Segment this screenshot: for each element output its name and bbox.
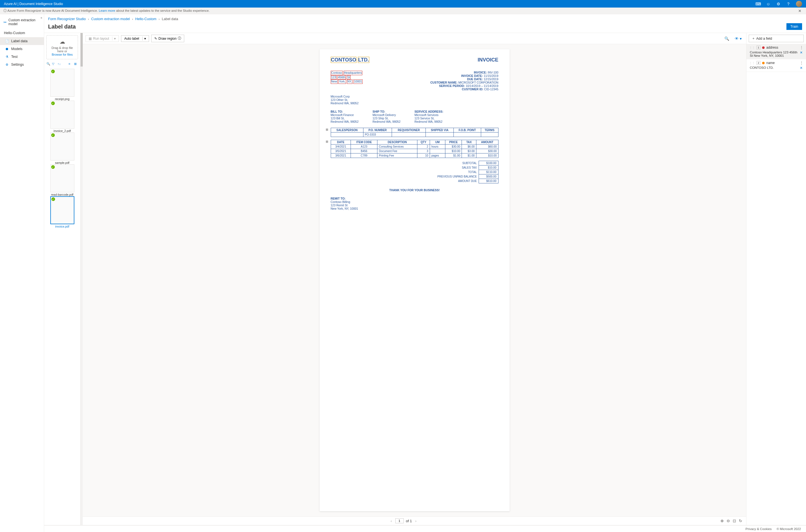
total-value: $100.00: [479, 161, 498, 166]
table-header: SALESPERSON: [331, 128, 363, 133]
table-cell: Consulting Services: [378, 145, 417, 149]
more-icon[interactable]: ⋮: [800, 61, 803, 65]
train-button[interactable]: Train: [786, 23, 802, 30]
table-cell: C789: [351, 153, 378, 158]
info-learn-more-link[interactable]: Learn more: [99, 9, 115, 12]
customer-line: Redmond WA, 98052: [331, 101, 498, 105]
company-word-1: CONTOSO: [331, 57, 357, 63]
remit-line: 123 Remit St: [331, 204, 498, 207]
list-view-icon[interactable]: ≡: [69, 62, 72, 66]
table-header: REQUISITIONER: [392, 128, 426, 133]
plus-icon: ＋: [752, 36, 755, 41]
table-handle-icon[interactable]: ⊞: [326, 140, 328, 144]
field-value: CONTOSO LTD.: [750, 66, 773, 69]
table-cell: [454, 133, 481, 137]
fit-icon[interactable]: ⊡: [733, 518, 736, 523]
breadcrumb-item[interactable]: Custom extraction model: [91, 17, 130, 21]
privacy-link[interactable]: Privacy & Cookies: [746, 527, 772, 531]
sidebar-item-test[interactable]: ⚗Test: [0, 53, 44, 61]
zoom-in-icon[interactable]: ⊕: [721, 518, 724, 523]
chevron-down-icon[interactable]: ▾: [142, 37, 146, 40]
sidebar-item-label-data[interactable]: 📄Label data: [0, 37, 44, 45]
table-handle-icon[interactable]: ⊞: [326, 128, 328, 131]
file-scrollbar[interactable]: [80, 33, 83, 525]
clear-field-icon[interactable]: ✕: [798, 51, 803, 55]
field-row[interactable]: ⋮⋮1address⋮Contoso Headquarters 123 456t…: [746, 44, 806, 59]
address-column: BILL TO:Microsoft Finance123 Bill St,Red…: [331, 110, 359, 123]
check-icon: ✓: [51, 165, 55, 169]
breadcrumb-item[interactable]: Form Recognizer Studio: [48, 17, 86, 21]
bottom-bar: Privacy & Cookies © Microsoft 2022: [44, 525, 806, 532]
file-thumbnail[interactable]: ✓read-barcode.pdf: [46, 164, 78, 196]
drag-handle-icon[interactable]: ⋮⋮: [749, 46, 755, 49]
model-type-icon: ≔: [3, 20, 7, 24]
grid-view-icon[interactable]: ⊞: [74, 62, 78, 66]
feedback-icon[interactable]: ☺: [766, 1, 771, 6]
table-cell: B456: [351, 149, 378, 153]
meta-label: CUSTOMER NAME:: [430, 81, 457, 84]
sidebar-item-icon: 📄: [5, 39, 9, 43]
table-header: P.O. NUMBER: [363, 128, 392, 133]
file-thumbnail[interactable]: ✓invoice.pdf: [46, 196, 78, 228]
sidebar-model-type[interactable]: ≔ Custom extraction model: [0, 16, 44, 28]
more-icon[interactable]: ⋮: [800, 45, 803, 50]
drop-zone[interactable]: ☁ Drag & drop file here or Browse for fi…: [46, 35, 78, 59]
info-text-after: about the latest updates to the service …: [115, 9, 210, 12]
sidebar-item-icon: ⬢: [5, 47, 9, 51]
invoice-company: CONTOSO LTD.: [331, 57, 369, 63]
search-doc-icon[interactable]: 🔍: [723, 35, 731, 42]
doc-toolbar: ▦Run layout▾ Auto label▾ ✎Draw regionⓘ 🔍…: [83, 33, 746, 44]
draw-region-button[interactable]: ✎Draw regionⓘ: [151, 35, 185, 42]
filter-icon[interactable]: ▽: [52, 62, 56, 66]
table-header: QTY: [417, 140, 430, 145]
info-text-before: Azure Form Recognizer is now Azure AI Do…: [7, 9, 99, 12]
check-icon: ✓: [51, 133, 55, 137]
file-thumbnail[interactable]: ✓receipt.png: [46, 69, 78, 101]
add-field-button[interactable]: ＋Add a field: [749, 35, 804, 42]
address-word: Contoso: [331, 71, 343, 75]
table-row: 3/4/2021A123Consulting Services2hours$30…: [331, 145, 498, 149]
table-cell: Document Fee: [378, 149, 417, 153]
sidebar-item-settings[interactable]: ⚙Settings: [0, 61, 44, 69]
check-icon: ✓: [51, 101, 55, 105]
main-layout: « ≔ Custom extraction model Hello-Custom…: [0, 14, 806, 532]
settings-icon[interactable]: ⚙: [776, 1, 781, 6]
file-thumbnail[interactable]: ✓invoice_2.pdf: [46, 101, 78, 133]
clear-field-icon[interactable]: ✕: [798, 66, 803, 70]
table-cell: $30.00: [445, 145, 462, 149]
file-name: invoice_2.pdf: [46, 129, 78, 133]
address-column: SHIP TO:Microsoft Delivery123 Ship St,Re…: [373, 110, 401, 123]
page-input[interactable]: [395, 518, 404, 523]
search-icon[interactable]: 🔍: [46, 62, 50, 66]
field-row[interactable]: ⋮⋮2name⋮CONTOSO LTD.✕: [746, 59, 806, 72]
meta-label: INVOICE DATE:: [461, 74, 483, 77]
meta-label: DUE DATE:: [467, 77, 483, 81]
table-cell: 3/6/2021: [331, 153, 351, 158]
prev-page-icon[interactable]: ‹: [389, 519, 393, 523]
total-label: PREVIOUS UNPAID BALANCE: [436, 174, 479, 179]
browse-files-link[interactable]: Browse for files: [52, 53, 73, 56]
main-panel: Form Recognizer Studio›Custom extraction…: [44, 14, 806, 532]
doc-canvas[interactable]: CONTOSO LTD. INVOICE Contoso Headquarter…: [83, 44, 746, 516]
address-line: Redmond WA, 98052: [373, 120, 401, 123]
sort-icon[interactable]: ↑↓: [58, 62, 61, 66]
sidebar-item-models[interactable]: ⬢Models: [0, 45, 44, 53]
sidebar-collapse-icon[interactable]: «: [41, 16, 42, 19]
keyboard-icon[interactable]: ⌨: [756, 1, 761, 6]
avatar[interactable]: [796, 1, 802, 7]
next-page-icon[interactable]: ›: [414, 519, 417, 523]
table-cell: $6.00: [462, 145, 476, 149]
auto-label-button[interactable]: Auto label▾: [121, 35, 149, 42]
copyright-text: © Microsoft 2022: [776, 527, 801, 531]
table-cell: $1.00: [462, 153, 476, 158]
drag-handle-icon[interactable]: ⋮⋮: [749, 61, 755, 64]
visibility-icon[interactable]: 👁 ▾: [733, 35, 743, 42]
sidebar-project-name[interactable]: Hello-Custom: [0, 28, 44, 37]
rotate-icon[interactable]: ↻: [739, 518, 742, 523]
zoom-out-icon[interactable]: ⊖: [727, 518, 730, 523]
help-icon[interactable]: ?: [786, 1, 791, 6]
breadcrumb-item[interactable]: Hello-Custom: [135, 17, 157, 21]
close-icon[interactable]: ✕: [797, 9, 803, 13]
file-thumbnail[interactable]: ✓sample.pdf: [46, 133, 78, 164]
remit-title: REMIT TO:: [331, 197, 346, 200]
